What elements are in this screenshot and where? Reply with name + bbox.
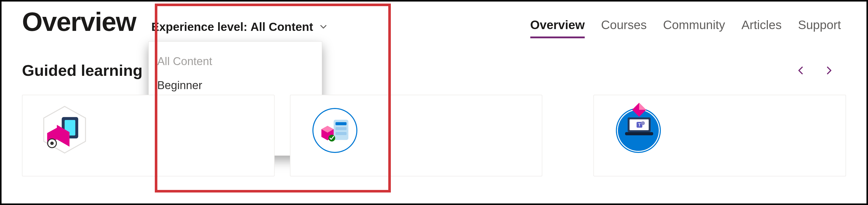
module-circle-icon [312,108,358,153]
filter-option-beginner[interactable]: Beginner [149,73,322,97]
page-tabs: Overview Courses Community Articles Supp… [530,18,846,38]
carousel-prev-button[interactable] [794,64,807,77]
svg-rect-20 [625,132,653,136]
svg-marker-17 [639,103,646,110]
tab-overview[interactable]: Overview [530,18,585,38]
svg-rect-11 [335,127,346,130]
tab-articles[interactable]: Articles [742,18,782,38]
page-title: Overview [22,7,136,37]
svg-point-8 [50,142,54,145]
module-laptop-icon: T [616,108,661,153]
carousel-next-button[interactable] [823,64,836,77]
tab-community[interactable]: Community [663,18,725,38]
learning-card[interactable] [290,95,542,176]
filter-label-prefix: Experience level: [152,20,248,34]
filter-selected-value: All Content [250,20,313,34]
section-title-guided-learning: Guided learning [22,61,143,79]
tab-courses[interactable]: Courses [601,18,647,38]
module-hex-icon [40,105,89,154]
tab-support[interactable]: Support [798,18,841,38]
experience-level-filter[interactable]: Experience level: All Content [152,18,329,36]
chevron-down-icon [318,22,329,32]
svg-rect-12 [335,132,346,135]
svg-point-23 [641,121,645,125]
svg-rect-10 [335,122,346,125]
learning-card[interactable]: T [593,95,846,176]
chevron-left-icon [794,64,807,77]
svg-text:T: T [638,123,641,127]
chevron-right-icon [823,64,836,77]
learning-card[interactable] [22,95,275,176]
filter-option-all-content: All Content [149,49,322,73]
